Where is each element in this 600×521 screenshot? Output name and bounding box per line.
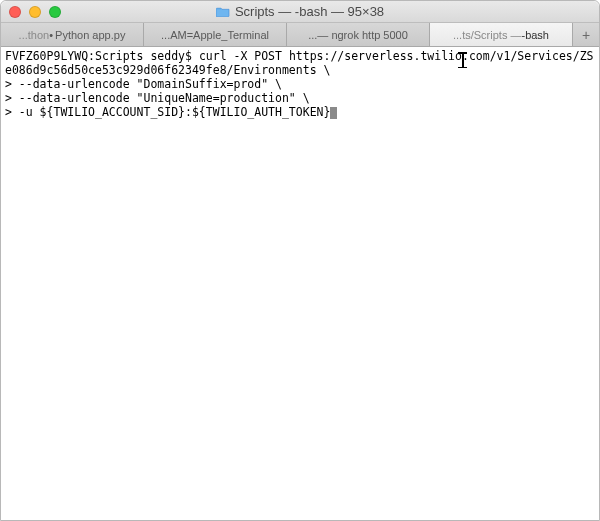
tab-bash-active[interactable]: ...ts/Scripts — -bash bbox=[430, 23, 573, 46]
dirty-indicator: • bbox=[49, 29, 53, 41]
tab-label-main: Python app.py bbox=[55, 29, 125, 41]
tab-bar: ...thon • Python app.py ...AM=Apple_Term… bbox=[1, 23, 599, 47]
zoom-icon[interactable] bbox=[49, 6, 61, 18]
command-line-4: > -u ${TWILIO_ACCOUNT_SID}:${TWILIO_AUTH… bbox=[5, 105, 330, 119]
minimize-icon[interactable] bbox=[29, 6, 41, 18]
terminal-cursor bbox=[330, 107, 337, 119]
tab-label-main: -bash bbox=[521, 29, 549, 41]
window-title: Scripts — -bash — 95×38 bbox=[1, 4, 599, 19]
tab-label: ...— ngrok http 5000 bbox=[308, 29, 408, 41]
close-icon[interactable] bbox=[9, 6, 21, 18]
tab-label: ...AM=Apple_Terminal bbox=[161, 29, 269, 41]
command-line-2: > --data-urlencode "DomainSuffix=prod" \ bbox=[5, 77, 282, 91]
terminal-window: Scripts — -bash — 95×38 ...thon • Python… bbox=[0, 0, 600, 521]
tab-apple-terminal[interactable]: ...AM=Apple_Terminal bbox=[144, 23, 287, 46]
plus-icon: + bbox=[582, 28, 590, 42]
terminal-body[interactable]: FVFZ60P9LYWQ:Scripts seddy$ curl -X POST… bbox=[1, 47, 599, 520]
window-title-text: Scripts — -bash — 95×38 bbox=[235, 4, 384, 19]
command-line-3: > --data-urlencode "UniqueName=productio… bbox=[5, 91, 310, 105]
new-tab-button[interactable]: + bbox=[573, 23, 599, 46]
folder-icon bbox=[216, 6, 230, 17]
tab-label-prefix: ...ts/Scripts — bbox=[453, 29, 521, 41]
titlebar[interactable]: Scripts — -bash — 95×38 bbox=[1, 1, 599, 23]
traffic-lights bbox=[1, 6, 61, 18]
tab-ngrok[interactable]: ...— ngrok http 5000 bbox=[287, 23, 430, 46]
tab-label-prefix: ...thon bbox=[19, 29, 50, 41]
prompt: FVFZ60P9LYWQ:Scripts seddy$ bbox=[5, 49, 199, 63]
tab-python-app[interactable]: ...thon • Python app.py bbox=[1, 23, 144, 46]
